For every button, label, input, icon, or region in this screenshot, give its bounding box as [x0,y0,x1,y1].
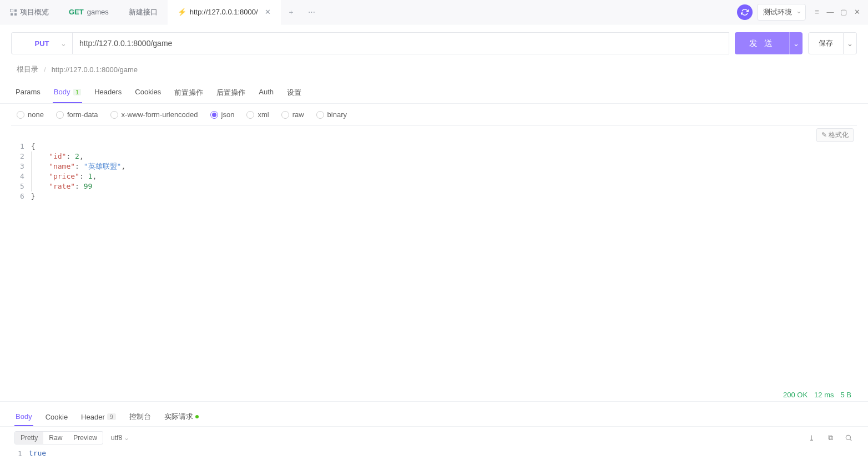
resp-tab-actual-request[interactable]: 实际请求 [163,407,200,426]
tab-body-label: Body [54,88,70,96]
environment-select[interactable]: 测试环境 [757,4,806,21]
minimize-button[interactable]: — [824,8,837,16]
breadcrumb-root[interactable]: 根目录 [17,64,38,74]
svg-point-0 [846,435,850,439]
response-view-segment: Pretty Raw Preview [14,431,103,444]
radio-json[interactable]: json [210,110,235,119]
breadcrumb: 根目录 / http://127.0.0.1:8000/game [0,62,868,82]
tab-get-games[interactable]: GET games [59,0,119,24]
radio-binary[interactable]: binary [316,110,347,119]
menu-button[interactable]: ≡ [810,8,824,16]
response-gutter: 1 [14,449,29,459]
overview-icon [10,9,17,16]
radio-form-data[interactable]: form-data [56,110,98,119]
breadcrumb-sep: / [44,65,46,74]
breadcrumb-path[interactable]: http://127.0.0.1:8000/game [52,65,138,74]
environment-label: 测试环境 [763,8,792,16]
new-tab-button[interactable]: ＋ [281,7,301,17]
header-count-badge: 9 [107,413,116,420]
resp-tab-console[interactable]: 控制台 [128,407,152,426]
url-input[interactable] [72,32,729,54]
copy-icon[interactable]: ⧉ [826,433,835,442]
view-pretty[interactable]: Pretty [15,432,43,444]
format-button[interactable]: ✎ 格式化 [816,128,854,142]
more-tabs-button[interactable]: ⋯ [301,8,322,16]
view-raw[interactable]: Raw [43,432,68,444]
http-method-select[interactable]: PUT [11,32,72,54]
send-button[interactable]: 发 送 [735,32,789,54]
body-type-row: none form-data x-www-form-urlencoded jso… [0,104,868,125]
http-method-label: PUT [35,39,49,48]
editor-code[interactable]: { "id": 2, "name": "英雄联盟", "price": 1, "… [31,141,125,401]
svg-line-1 [850,439,852,441]
response-body: 1 true [0,449,868,470]
chevron-down-icon: ⌄ [124,434,129,442]
tab-cookies[interactable]: Cookies [134,82,162,103]
status-time: 12 ms [814,391,834,399]
editor-gutter: 1 2 3 4 5 6 [11,141,31,401]
resp-tab-body[interactable]: Body [14,408,33,426]
tab-active-request[interactable]: ⚡ http://127.0.0.1:8000/ ✕ [168,0,281,24]
json-editor[interactable]: 1 2 3 4 5 6 { "id": 2, "name": "英雄联盟", "… [11,126,857,401]
response-value: true [29,449,46,459]
body-editor-wrap: ✎ 格式化 1 2 3 4 5 6 { "id": 2, "name": "英雄… [11,125,857,401]
save-dropdown[interactable]: ⌄ [844,32,857,54]
method-badge: GET [69,8,84,16]
resp-tab-header[interactable]: Header 9 [80,408,117,426]
search-icon[interactable] [845,434,854,442]
save-button[interactable]: 保存 [808,32,844,54]
radio-none[interactable]: none [17,110,44,119]
radio-xml[interactable]: xml [246,110,269,119]
tab-settings[interactable]: 设置 [286,82,302,103]
response-tabs: Body Cookie Header 9 控制台 实际请求 [0,402,868,427]
view-preview[interactable]: Preview [68,432,103,444]
tab-pre-request[interactable]: 前置操作 [173,82,204,103]
status-code: 200 OK [783,391,808,399]
tab-headers[interactable]: Headers [93,82,123,103]
radio-x-www-form[interactable]: x-www-form-urlencoded [110,110,198,119]
refresh-button[interactable] [737,4,753,20]
tab-params[interactable]: Params [14,82,42,103]
tab-new-api[interactable]: 新建接口 [119,0,168,24]
actual-request-dot-icon [195,415,199,418]
resp-tab-cookie[interactable]: Cookie [44,408,69,426]
body-count-badge: 1 [73,89,81,95]
tab-overview[interactable]: 项目概览 [0,0,59,24]
refresh-icon [741,8,749,16]
format-icon: ✎ [821,131,829,139]
close-icon[interactable]: ✕ [265,8,271,16]
tab-overview-label: 项目概览 [20,7,49,17]
response-panel: Body Cookie Header 9 控制台 实际请求 Pretty Raw… [0,401,868,470]
encoding-select[interactable]: utf8 ⌄ [111,434,129,442]
tab-auth[interactable]: Auth [258,82,275,103]
download-icon[interactable]: ⤓ [807,434,816,442]
tab-get-games-label: games [87,8,109,16]
radio-raw[interactable]: raw [281,110,304,119]
tab-new-api-label: 新建接口 [129,7,158,17]
response-status-line: 200 OK 12 ms 5 B [783,391,851,399]
top-tabbar: 项目概览 GET games 新建接口 ⚡ http://127.0.0.1:8… [0,0,868,24]
status-size: 5 B [840,391,851,399]
request-url-row: PUT 发 送 ⌄ 保存 ⌄ [0,24,868,62]
window-close-button[interactable]: ✕ [850,8,864,16]
response-toolbar: Pretty Raw Preview utf8 ⌄ ⤓ ⧉ [0,427,868,449]
tab-body[interactable]: Body 1 [53,82,82,103]
bolt-icon: ⚡ [178,8,186,16]
send-dropdown[interactable]: ⌄ [789,32,803,54]
tab-post-request[interactable]: 后置操作 [215,82,246,103]
tab-active-label: http://127.0.0.1:8000/ [190,8,258,16]
maximize-button[interactable]: ▢ [837,8,850,16]
request-tabs: Params Body 1 Headers Cookies 前置操作 后置操作 … [0,82,868,104]
